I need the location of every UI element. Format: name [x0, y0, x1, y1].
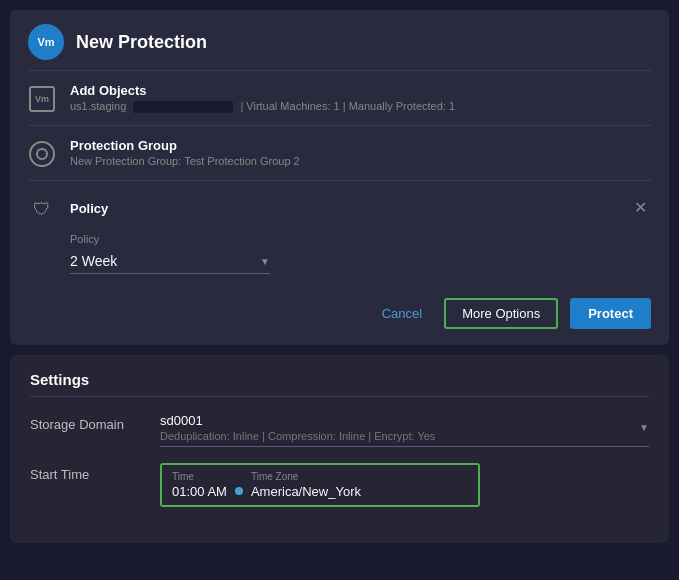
add-objects-host: us1.staging: [70, 100, 126, 112]
time-fields-container[interactable]: Time 01:00 AM Time Zone America/New_York: [160, 463, 480, 507]
time-separator-icon: [235, 487, 243, 495]
start-time-label: Start Time: [30, 463, 150, 482]
add-objects-subtitle: us1.staging | Virtual Machines: 1 | Manu…: [70, 100, 651, 113]
new-protection-panel: Vm New Protection Vm Add Objects us1.sta…: [10, 10, 669, 345]
policy-section-title: Policy: [70, 201, 108, 216]
policy-section: 🛡 Policy ✕ Policy 2 Week ▼: [10, 181, 669, 288]
start-time-row: Start Time Time 01:00 AM Time Zone Ameri…: [30, 463, 649, 507]
policy-field-label: Policy: [70, 233, 651, 245]
policy-dropdown[interactable]: 2 Week ▼: [70, 249, 270, 274]
add-objects-section: Vm Add Objects us1.staging | Virtual Mac…: [10, 71, 669, 125]
dropdown-arrow-icon: ▼: [260, 256, 270, 267]
time-field-group: Time 01:00 AM: [172, 471, 227, 499]
protection-group-subtitle: New Protection Group: Test Protection Gr…: [70, 155, 651, 167]
storage-domain-arrow-icon: ▼: [639, 422, 649, 433]
more-options-button[interactable]: More Options: [444, 298, 558, 329]
policy-selected-value: 2 Week: [70, 253, 117, 269]
vm-square-icon: Vm: [29, 86, 55, 112]
redacted-bar: [133, 101, 233, 113]
time-value: 01:00 AM: [172, 484, 227, 499]
storage-domain-dropdown[interactable]: sd0001 Deduplication: Inline | Compressi…: [160, 413, 649, 447]
timezone-field-group: Time Zone America/New_York: [251, 471, 468, 499]
policy-header: 🛡 Policy ✕: [28, 193, 651, 223]
policy-header-left: 🛡 Policy: [28, 193, 108, 223]
vm-icon: Vm: [28, 24, 64, 60]
protection-group-title: Protection Group: [70, 138, 651, 153]
action-row: Cancel More Options Protect: [10, 288, 669, 345]
storage-domain-info: sd0001 Deduplication: Inline | Compressi…: [160, 413, 435, 442]
storage-domain-detail: Deduplication: Inline | Compression: Inl…: [160, 430, 435, 442]
policy-field: Policy 2 Week ▼: [70, 233, 651, 274]
close-button[interactable]: ✕: [630, 200, 651, 216]
policy-icon: 🛡: [28, 195, 56, 223]
add-objects-content: Add Objects us1.staging | Virtual Machin…: [70, 83, 651, 113]
storage-domain-label: Storage Domain: [30, 413, 150, 432]
timezone-label: Time Zone: [251, 471, 468, 482]
timezone-value: America/New_York: [251, 484, 468, 499]
storage-domain-row: Storage Domain sd0001 Deduplication: Inl…: [30, 413, 649, 447]
shield-icon: 🛡: [33, 199, 51, 220]
cancel-button[interactable]: Cancel: [372, 300, 432, 327]
protect-button[interactable]: Protect: [570, 298, 651, 329]
storage-domain-name: sd0001: [160, 413, 435, 428]
time-label: Time: [172, 471, 227, 482]
storage-domain-content: sd0001 Deduplication: Inline | Compressi…: [160, 413, 649, 447]
protection-group-section: Protection Group New Protection Group: T…: [10, 126, 669, 180]
page-title: New Protection: [76, 32, 207, 53]
settings-title: Settings: [30, 371, 649, 397]
protection-group-icon: [28, 140, 56, 168]
add-objects-title: Add Objects: [70, 83, 651, 98]
protection-group-content: Protection Group New Protection Group: T…: [70, 138, 651, 167]
target-icon: [29, 141, 55, 167]
add-objects-icon: Vm: [28, 85, 56, 113]
settings-panel: Settings Storage Domain sd0001 Deduplica…: [10, 355, 669, 543]
start-time-content: Time 01:00 AM Time Zone America/New_York: [160, 463, 649, 507]
target-inner: [36, 148, 48, 160]
panel-header: Vm New Protection: [10, 10, 669, 70]
